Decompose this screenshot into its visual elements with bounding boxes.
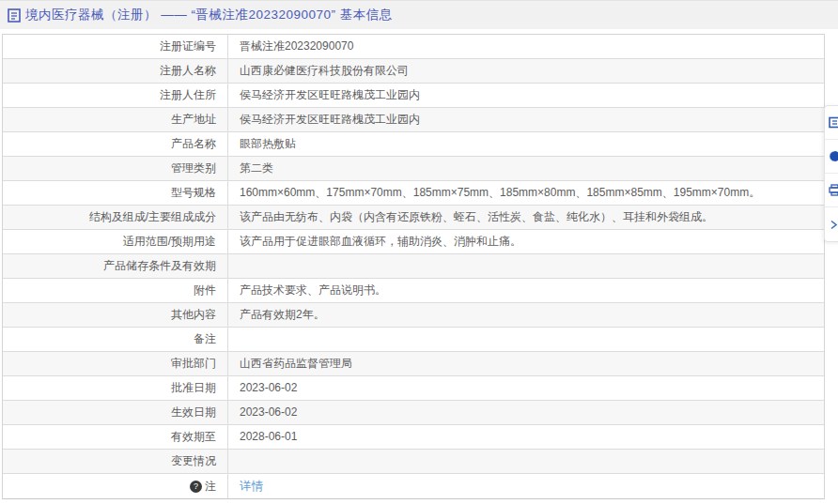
table-row: 生产地址 侯马经济开发区旺旺路槐茂工业园内 <box>3 108 824 132</box>
row-value: 晋械注准20232090070 <box>228 35 824 58</box>
table-row: 注册证编号 晋械注准20232090070 <box>3 35 824 59</box>
row-value-text: 2023-06-02 <box>240 401 297 424</box>
row-value: 该产品由无纺布、内袋（内含有还原铁粉、蛭石、活性炭、食盐、纯化水）、耳挂和外袋组… <box>228 206 824 229</box>
table-row: 产品名称 眼部热敷贴 <box>3 132 824 157</box>
row-label: 生产地址 <box>3 108 228 131</box>
row-value-text: 产品有效期2年。 <box>240 303 325 327</box>
row-value-text: 该产品用于促进眼部血液循环，辅助消炎、消肿和止痛。 <box>240 230 521 253</box>
row-label-text: 变更情况 <box>171 450 216 473</box>
row-value-text: 晋械注准20232090070 <box>240 35 353 58</box>
row-label: 注册证编号 <box>3 35 228 58</box>
row-label-text: 注册证编号 <box>160 35 216 58</box>
table-row: 审批部门 山西省药品监督管理局 <box>3 352 824 376</box>
row-label-text: 管理类别 <box>171 157 216 180</box>
table-row: 生效日期 2023-06-02 <box>3 401 824 425</box>
row-value: 2023-06-02 <box>228 401 824 424</box>
row-value-text: 山西省药品监督管理局 <box>240 352 352 375</box>
row-value: 产品技术要求、产品说明书。 <box>228 279 824 302</box>
row-value-text: 山西康必健医疗科技股份有限公司 <box>240 59 409 83</box>
globe-icon <box>829 150 838 162</box>
row-value <box>228 450 824 473</box>
row-value: 山西省药品监督管理局 <box>228 352 824 375</box>
row-label: 有效期至 <box>3 425 228 449</box>
row-label: 生效日期 <box>3 401 228 424</box>
row-label: 注册人住所 <box>3 84 228 107</box>
table-row: 附件 产品技术要求、产品说明书。 <box>3 279 824 303</box>
table-row: 结构及组成/主要组成成分 该产品由无纺布、内袋（内含有还原铁粉、蛭石、活性炭、食… <box>3 206 824 230</box>
row-label: 批准日期 <box>3 376 228 400</box>
row-label-text: 产品名称 <box>171 132 216 156</box>
table-row: 变更情况 <box>3 450 824 474</box>
row-label: 适用范围/预期用途 <box>3 230 228 253</box>
print-button[interactable] <box>825 174 838 207</box>
row-value-text: 侯马经济开发区旺旺路槐茂工业园内 <box>240 108 420 131</box>
row-label-text: 生效日期 <box>171 401 216 424</box>
row-label: 产品储存条件及有效期 <box>3 254 228 278</box>
row-value: 160mm×60mm、175mm×70mm、185mm×75mm、185mm×8… <box>228 181 824 205</box>
table-row: 有效期至 2028-06-01 <box>3 425 824 450</box>
row-value-text: 侯马经济开发区旺旺路槐茂工业园内 <box>240 84 420 107</box>
row-label-text: 产品储存条件及有效期 <box>103 254 216 278</box>
printer-icon <box>829 184 838 196</box>
table-row: 批准日期 2023-06-02 <box>3 376 824 401</box>
row-label-text: 型号规格 <box>171 181 216 205</box>
row-label: 型号规格 <box>3 181 228 205</box>
collapse-button[interactable] <box>825 207 838 241</box>
row-value: 眼部热敷贴 <box>228 132 824 156</box>
report-button[interactable] <box>825 106 838 140</box>
row-value <box>228 328 824 351</box>
table-row: 产品储存条件及有效期 <box>3 254 824 279</box>
page-header: 境内医疗器械（注册） —— “晋械注准20232090070” 基本信息 <box>0 0 838 29</box>
row-label-text: 备注 <box>194 328 216 351</box>
row-value-text: 2023-06-02 <box>240 376 297 400</box>
table-row: 注册人住所 侯马经济开发区旺旺路槐茂工业园内 <box>3 84 824 108</box>
row-label: 其他内容 <box>3 303 228 327</box>
chevron-right-icon <box>829 220 838 230</box>
table-row: 型号规格 160mm×60mm、175mm×70mm、185mm×75mm、18… <box>3 181 824 206</box>
row-value-text: 160mm×60mm、175mm×70mm、185mm×75mm、185mm×8… <box>240 181 760 205</box>
row-value: 第二类 <box>228 157 824 180</box>
row-label: 附件 <box>3 279 228 302</box>
registration-info-table: 注册证编号 晋械注准20232090070 注册人名称 山西康必健医疗科技股份有… <box>2 34 825 499</box>
row-value <box>228 254 824 278</box>
row-value: 详情 <box>228 474 824 498</box>
row-value-text: 该产品由无纺布、内袋（内含有还原铁粉、蛭石、活性炭、食盐、纯化水）、耳挂和外袋组… <box>240 206 713 229</box>
row-label-text: 生产地址 <box>171 108 216 131</box>
row-label-text: 其他内容 <box>171 303 216 327</box>
table-row: 其他内容 产品有效期2年。 <box>3 303 824 328</box>
row-label-text: 审批部门 <box>171 352 216 375</box>
row-value: 侯马经济开发区旺旺路槐茂工业园内 <box>228 108 824 131</box>
row-label-text: 批准日期 <box>171 376 216 400</box>
row-label: 管理类别 <box>3 157 228 180</box>
row-value: 山西康必健医疗科技股份有限公司 <box>228 59 824 83</box>
side-toolbar <box>824 105 838 242</box>
row-label: 结构及组成/主要组成成分 <box>3 206 228 229</box>
row-label: 审批部门 <box>3 352 228 375</box>
row-value: 侯马经济开发区旺旺路槐茂工业园内 <box>228 84 824 107</box>
row-label: 变更情况 <box>3 450 228 473</box>
table-row: 注册人名称 山西康必健医疗科技股份有限公司 <box>3 59 824 84</box>
info-button[interactable] <box>825 140 838 174</box>
row-value-text: 眼部热敷贴 <box>240 132 296 156</box>
row-label-text: 附件 <box>194 279 216 302</box>
page-title: 境内医疗器械（注册） —— “晋械注准20232090070” 基本信息 <box>25 7 393 23</box>
table-row: 适用范围/预期用途 该产品用于促进眼部血液循环，辅助消炎、消肿和止痛。 <box>3 230 824 254</box>
note-circle-icon: ? <box>190 481 202 493</box>
table-row: ?注 详情 <box>3 474 824 498</box>
table-row: 备注 <box>3 328 824 352</box>
table-row: 管理类别 第二类 <box>3 157 824 181</box>
document-icon <box>8 8 21 23</box>
row-label-text: 适用范围/预期用途 <box>123 230 216 253</box>
row-value-text: 第二类 <box>240 157 273 180</box>
row-value: 产品有效期2年。 <box>228 303 824 327</box>
row-label-text: 注册人名称 <box>160 59 216 83</box>
row-value: 该产品用于促进眼部血液循环，辅助消炎、消肿和止痛。 <box>228 230 824 253</box>
row-label: 注册人名称 <box>3 59 228 83</box>
report-icon <box>829 116 838 129</box>
row-value-text: 2028-06-01 <box>240 425 297 449</box>
row-value: 2023-06-02 <box>228 376 824 400</box>
row-label: 备注 <box>3 328 228 351</box>
row-label-text: 注册人住所 <box>160 84 216 107</box>
row-label-text: 结构及组成/主要组成成分 <box>89 206 216 229</box>
details-link[interactable]: 详情 <box>240 475 263 498</box>
